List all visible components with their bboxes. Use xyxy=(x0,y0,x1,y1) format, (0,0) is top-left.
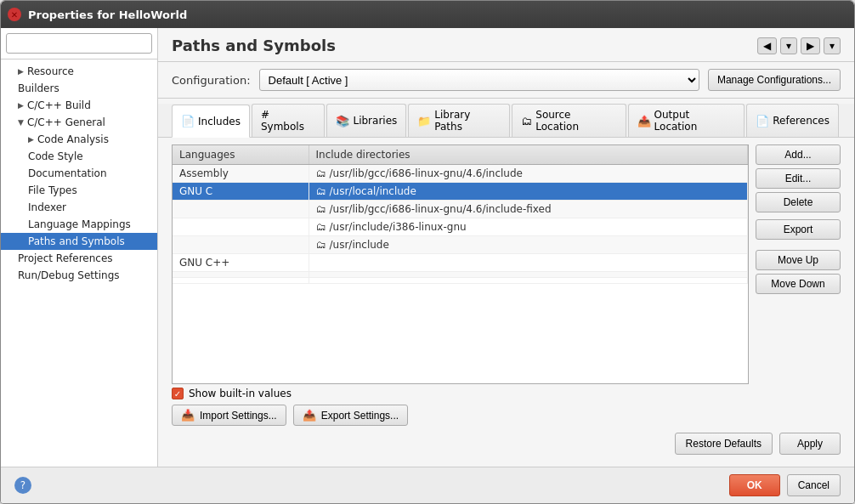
delete-button[interactable]: Delete xyxy=(756,192,841,212)
tab-library-paths[interactable]: 📁 Library Paths xyxy=(408,104,510,137)
sidebar-item-code-analysis-label: Code Analysis xyxy=(37,133,109,145)
table-row[interactable]: 🗂/usr/include/i386-linux-gnu xyxy=(173,218,748,236)
footer-left: ? xyxy=(14,477,31,494)
add-button[interactable]: Add... xyxy=(756,144,841,165)
sidebar-item-documentation[interactable]: Documentation xyxy=(1,165,157,182)
tab-references[interactable]: 📄 References xyxy=(746,104,839,137)
right-panel: Paths and Symbols ◀ ▾ ▶ ▾ Configuration:… xyxy=(158,28,854,467)
lang-gnuc-4 xyxy=(173,236,309,254)
sidebar-item-cpp-build-label: C/C++ Build xyxy=(27,99,91,111)
sidebar-item-builders-label: Builders xyxy=(18,82,59,94)
tab-source-location[interactable]: 🗂 Source Location xyxy=(512,104,626,137)
search-input[interactable] xyxy=(6,33,152,54)
sidebar-item-indexer[interactable]: Indexer xyxy=(1,199,157,216)
sidebar-item-project-references[interactable]: Project References xyxy=(1,250,157,267)
lang-gnuc: GNU C xyxy=(173,183,309,201)
show-builtin-checkbox[interactable]: ✓ xyxy=(172,388,184,399)
tab-symbols-label: # Symbols xyxy=(261,109,316,133)
sidebar-item-cpp-build[interactable]: ▶ C/C++ Build xyxy=(1,97,157,114)
tab-source-location-label: Source Location xyxy=(535,109,616,133)
table-row[interactable] xyxy=(173,272,748,278)
sidebar-item-code-style[interactable]: Code Style xyxy=(1,148,157,165)
import-settings-button[interactable]: 📥 Import Settings... xyxy=(172,405,286,426)
dir-gnuc-2: 🗂/usr/lib/gcc/i686-linux-gnu/4.6/include… xyxy=(309,201,748,218)
sidebar-item-file-types[interactable]: File Types xyxy=(1,182,157,199)
panel-nav: ◀ ▾ ▶ ▾ xyxy=(757,37,841,54)
sidebar-item-cpp-general-label: C/C++ General xyxy=(27,116,105,128)
table-row[interactable]: 🗂/usr/include xyxy=(173,236,748,254)
show-builtin-label: Show built-in values xyxy=(189,388,292,399)
main-content: ▶ Resource Builders ▶ C/C++ Build ▼ C/C+… xyxy=(1,28,854,467)
sidebar-item-language-mappings[interactable]: Language Mappings xyxy=(1,216,157,233)
dialog-footer: ? OK Cancel xyxy=(1,467,854,503)
import-icon: 📥 xyxy=(181,409,195,422)
nav-back-button[interactable]: ◀ xyxy=(757,37,777,54)
tab-output-location-label: Output Location xyxy=(654,109,736,133)
col-languages: Languages xyxy=(173,145,309,165)
cancel-button[interactable]: Cancel xyxy=(787,474,841,496)
tab-includes-label: Includes xyxy=(198,116,241,127)
libraries-icon: 📚 xyxy=(336,115,349,127)
main-window: ✕ Properties for HelloWorld ▶ Resource B… xyxy=(0,0,855,504)
includes-area: Languages Include directories Assembly 🗂… xyxy=(172,144,841,384)
sidebar-item-code-analysis[interactable]: ▶ Code Analysis xyxy=(1,131,157,148)
table-row[interactable]: 🗂/usr/lib/gcc/i686-linux-gnu/4.6/include… xyxy=(173,201,748,218)
sidebar-item-paths-and-symbols[interactable]: Paths and Symbols xyxy=(1,233,157,250)
dir-gnuc-3: 🗂/usr/include/i386-linux-gnu xyxy=(309,218,748,236)
tab-includes[interactable]: 📄 Includes xyxy=(172,105,250,138)
help-button[interactable]: ? xyxy=(14,477,31,494)
col-include-dirs: Include directories xyxy=(309,145,748,165)
sidebar-item-run-debug[interactable]: Run/Debug Settings xyxy=(1,267,157,284)
action-buttons: Add... Edit... Delete Export Move Up Mov… xyxy=(756,144,841,384)
table-row[interactable] xyxy=(173,278,748,284)
sidebar-item-resource[interactable]: ▶ Resource xyxy=(1,63,157,80)
tab-output-location[interactable]: 📤 Output Location xyxy=(628,104,745,137)
edit-button[interactable]: Edit... xyxy=(756,168,841,189)
manage-configurations-button[interactable]: Manage Configurations... xyxy=(708,69,841,91)
source-location-icon: 🗂 xyxy=(521,115,532,127)
tabs-row: 📄 Includes # Symbols 📚 Libraries 📁 Libra… xyxy=(158,104,854,138)
sidebar-item-project-ref-label: Project References xyxy=(18,252,113,264)
sidebar-item-documentation-label: Documentation xyxy=(28,167,107,179)
table-row[interactable]: GNU C++ xyxy=(173,254,748,272)
apply-button[interactable]: Apply xyxy=(779,433,841,455)
nav-forward-button[interactable]: ▶ xyxy=(801,37,820,54)
ok-button[interactable]: OK xyxy=(729,474,780,496)
tree-arrow-code-analysis: ▶ xyxy=(28,135,34,144)
tab-symbols[interactable]: # Symbols xyxy=(252,104,326,137)
move-down-button[interactable]: Move Down xyxy=(756,274,841,294)
sidebar-item-indexer-label: Indexer xyxy=(28,201,66,213)
table-row[interactable]: GNU C 🗂/usr/local/include xyxy=(173,183,748,201)
sidebar-item-cpp-general[interactable]: ▼ C/C++ General xyxy=(1,114,157,131)
export-button[interactable]: Export xyxy=(756,219,841,240)
restore-apply-row: Restore Defaults Apply xyxy=(172,429,841,460)
footer-right: OK Cancel xyxy=(729,474,841,496)
config-select[interactable]: Default [ Active ] xyxy=(259,69,699,91)
export-settings-button[interactable]: 📤 Export Settings... xyxy=(293,405,408,426)
dir-gnuc-4: 🗂/usr/include xyxy=(309,236,748,254)
restore-defaults-button[interactable]: Restore Defaults xyxy=(675,433,773,455)
titlebar: ✕ Properties for HelloWorld xyxy=(1,1,854,28)
sidebar-item-run-debug-label: Run/Debug Settings xyxy=(18,269,120,281)
includes-table: Languages Include directories Assembly 🗂… xyxy=(173,145,748,284)
import-settings-label: Import Settings... xyxy=(200,410,277,422)
panel-title: Paths and Symbols xyxy=(172,37,336,54)
nav-dropdown2-button[interactable]: ▾ xyxy=(824,37,841,54)
window-title: Properties for HelloWorld xyxy=(28,8,847,21)
sidebar-item-builders[interactable]: Builders xyxy=(1,80,157,97)
close-button[interactable]: ✕ xyxy=(8,8,21,21)
includes-icon: 📄 xyxy=(181,115,195,127)
nav-dropdown-button[interactable]: ▾ xyxy=(780,37,797,54)
sidebar-tree: ▶ Resource Builders ▶ C/C++ Build ▼ C/C+… xyxy=(1,59,157,467)
sidebar-item-file-types-label: File Types xyxy=(28,184,77,196)
library-paths-icon: 📁 xyxy=(417,115,431,127)
table-row[interactable]: Assembly 🗂/usr/lib/gcc/i686-linux-gnu/4.… xyxy=(173,165,748,183)
panel-header: Paths and Symbols ◀ ▾ ▶ ▾ xyxy=(158,28,854,62)
sidebar-search-area xyxy=(1,28,157,59)
sidebar-item-resource-label: Resource xyxy=(27,65,74,77)
dir-assembly-1: 🗂/usr/lib/gcc/i686-linux-gnu/4.6/include xyxy=(309,165,748,183)
references-icon: 📄 xyxy=(756,115,769,127)
lang-gnuc-3 xyxy=(173,218,309,236)
tab-libraries[interactable]: 📚 Libraries xyxy=(326,104,406,137)
move-up-button[interactable]: Move Up xyxy=(756,250,841,270)
